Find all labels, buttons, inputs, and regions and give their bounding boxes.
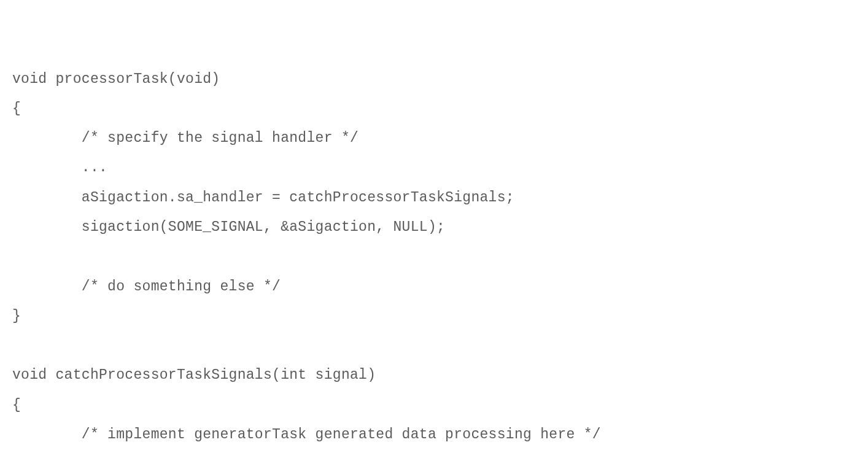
code-line: {: [12, 101, 856, 116]
code-line: /* do something else */: [12, 279, 856, 294]
code-line: /* implement generatorTask generated dat…: [12, 427, 856, 442]
code-block: void processorTask(void) { /* specify th…: [12, 72, 856, 461]
code-line: ...: [12, 457, 856, 461]
code-line: [12, 249, 856, 264]
code-line: ...: [12, 160, 856, 175]
code-line: aSigaction.sa_handler = catchProcessorTa…: [12, 190, 856, 205]
code-line: void catchProcessorTaskSignals(int signa…: [12, 368, 856, 382]
code-line: [12, 338, 856, 353]
code-line: {: [12, 398, 856, 413]
code-line: /* specify the signal handler */: [12, 131, 856, 145]
code-line: void processorTask(void): [12, 72, 856, 87]
code-line: }: [12, 309, 856, 323]
code-line: sigaction(SOME_SIGNAL, &aSigaction, NULL…: [12, 220, 856, 234]
